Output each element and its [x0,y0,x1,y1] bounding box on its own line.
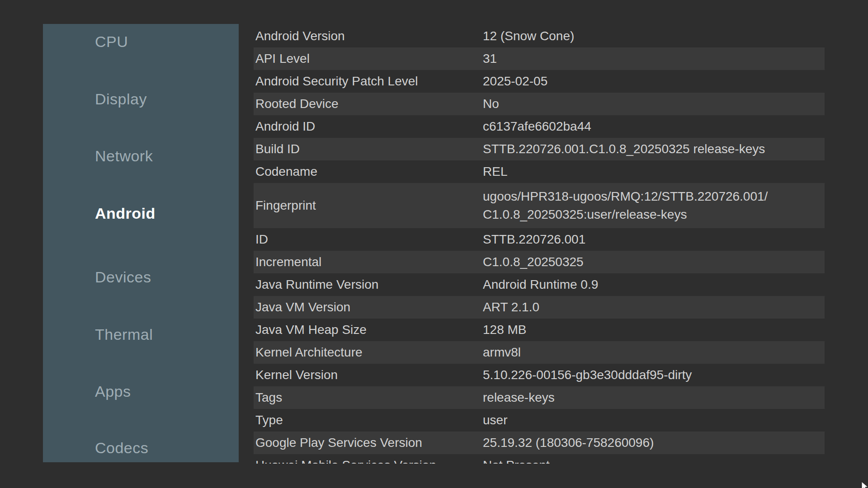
android-info-list[interactable]: Android Version12 (Snow Cone)API Level31… [254,25,825,464]
info-value: STTB.220726.001.C1.0.8_20250325 release-… [483,140,825,158]
info-row-android-id: Android IDc6137afe6602ba44 [254,115,825,138]
info-value: 25.19.32 (180306-758260096) [483,434,825,452]
info-value: 12 (Snow Cone) [483,27,825,45]
info-row-api-level: API Level31 [254,47,825,70]
info-label: Kernel Version [254,368,483,382]
info-label: Tags [254,390,483,405]
sidebar-item-devices[interactable]: Devices [95,266,151,288]
sidebar-item-android[interactable]: Android [95,202,156,225]
info-label: Java VM Heap Size [254,323,483,337]
info-label: ID [254,232,483,247]
info-label: Rooted Device [254,97,483,111]
info-label: Kernel Architecture [254,345,483,360]
info-label: Build ID [254,142,483,156]
info-row-java-runtime-version: Java Runtime VersionAndroid Runtime 0.9 [254,273,825,296]
info-label: Huawei Mobile Services Version [254,458,483,464]
info-label: Android ID [254,119,483,134]
info-row-java-vm-version: Java VM VersionART 2.1.0 [254,296,825,319]
info-label: Android Version [254,29,483,43]
info-value: REL [483,163,825,181]
info-row-android-version: Android Version12 (Snow Cone) [254,25,825,47]
info-value: Not Present [483,456,825,464]
info-row-huawei-mobile-services-version: Huawei Mobile Services VersionNot Presen… [254,454,825,464]
sidebar-item-apps[interactable]: Apps [95,380,131,403]
info-value: 5.10.226-00156-gb3e30dddaf95-dirty [483,366,825,384]
info-row-google-play-services-version: Google Play Services Version25.19.32 (18… [254,432,825,454]
info-value: C1.0.8_20250325 [483,253,825,271]
info-row-kernel-version: Kernel Version5.10.226-00156-gb3e30dddaf… [254,364,825,386]
info-label: Incremental [254,255,483,269]
sidebar-item-display[interactable]: Display [95,88,147,110]
info-value: STTB.220726.001 [483,230,825,249]
mouse-pointer-icon [861,481,868,488]
info-row-kernel-architecture: Kernel Architecturearmv8l [254,341,825,364]
info-value: user [483,411,825,429]
sidebar-item-codecs[interactable]: Codecs [95,436,148,459]
info-label: Android Security Patch Level [254,74,483,89]
info-value: armv8l [483,343,825,361]
info-row-id: IDSTTB.220726.001 [254,228,825,251]
info-value: release-keys [483,389,825,407]
info-row-codename: CodenameREL [254,160,825,183]
info-label: Fingerprint [254,198,483,213]
info-row-java-vm-heap-size: Java VM Heap Size128 MB [254,319,825,341]
sidebar-item-cpu[interactable]: CPU [95,30,128,53]
info-row-android-security-patch-level: Android Security Patch Level2025-02-05 [254,70,825,93]
info-value: No [483,95,825,113]
info-value: ugoos/HPR318-ugoos/RMQ:12/STTB.220726.00… [483,188,825,224]
sidebar-nav: CPUDisplayNetworkAndroidDevicesThermalAp… [43,24,239,462]
info-row-fingerprint: Fingerprintugoos/HPR318-ugoos/RMQ:12/STT… [254,183,825,228]
info-row-type: Typeuser [254,409,825,432]
info-value: c6137afe6602ba44 [483,117,825,136]
info-label: Java VM Version [254,300,483,314]
info-row-rooted-device: Rooted DeviceNo [254,93,825,115]
info-value: 128 MB [483,321,825,339]
info-label: Codename [254,164,483,179]
info-label: Google Play Services Version [254,436,483,450]
info-value: 2025-02-05 [483,72,825,90]
info-row-build-id: Build IDSTTB.220726.001.C1.0.8_20250325 … [254,138,825,160]
info-label: Type [254,413,483,427]
info-value: Android Runtime 0.9 [483,276,825,294]
info-row-incremental: IncrementalC1.0.8_20250325 [254,251,825,273]
sidebar-item-thermal[interactable]: Thermal [95,323,153,346]
info-row-tags: Tagsrelease-keys [254,386,825,409]
info-label: Java Runtime Version [254,277,483,292]
info-value: 31 [483,50,825,68]
info-value: ART 2.1.0 [483,298,825,316]
sidebar-item-network[interactable]: Network [95,145,153,167]
info-label: API Level [254,52,483,66]
